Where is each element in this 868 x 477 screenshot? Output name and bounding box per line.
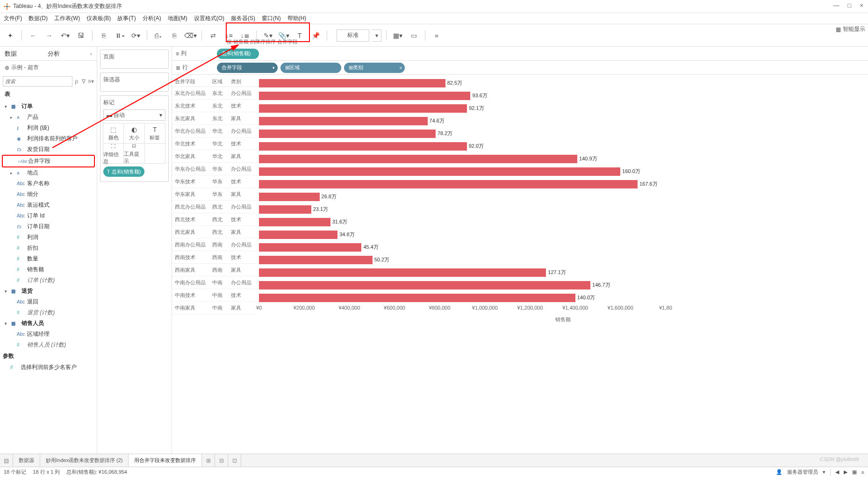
menu-data[interactable]: 数据(D) xyxy=(29,14,48,22)
row-header-cell[interactable]: 技术 xyxy=(228,289,258,302)
row-header-cell[interactable]: 华东 xyxy=(209,163,228,175)
pin-button[interactable]: 📌 xyxy=(309,29,322,42)
bar[interactable] xyxy=(259,155,577,163)
measure-sales[interactable]: #销售额 xyxy=(0,264,97,275)
menu-help[interactable]: 帮助(H) xyxy=(287,14,307,22)
field-shipmode[interactable]: Abc装运模式 xyxy=(0,200,97,210)
row-header-cell[interactable]: 东北家具 xyxy=(172,112,209,125)
row-header-cell[interactable]: 技术 xyxy=(228,175,258,188)
bar[interactable] xyxy=(259,142,467,151)
row-header-cell[interactable]: 西北 xyxy=(209,201,228,213)
row-header-cell[interactable]: 中南家具 xyxy=(172,302,209,314)
bar[interactable] xyxy=(259,130,436,138)
status-server-admin[interactable]: 服务器管理员 xyxy=(787,469,818,476)
row-header-cell[interactable]: 西南 xyxy=(209,238,228,251)
fit-dropdown[interactable]: 标准 xyxy=(337,29,369,42)
row-header-cell[interactable]: 办公用品 xyxy=(228,238,258,251)
row-header-cell[interactable]: 技术 xyxy=(228,213,258,226)
new-worksheet-button[interactable]: ⎙▾ xyxy=(152,29,165,42)
new-sheet-button[interactable]: ⊞ xyxy=(202,454,215,467)
datasource-row[interactable]: ⊕ 示例 - 超市 xyxy=(0,61,97,74)
bar[interactable] xyxy=(259,294,575,302)
show-me-button[interactable]: ▦智能显示 xyxy=(836,25,865,33)
rows-pill-category[interactable]: ⊞ 类别≡ xyxy=(344,63,405,73)
tableau-icon[interactable]: ✦ xyxy=(4,29,17,42)
folder-product[interactable]: ▸ᴀ产品 xyxy=(0,112,97,123)
row-header-cell[interactable]: 西南技术 xyxy=(172,251,209,264)
back-button[interactable]: ← xyxy=(27,29,40,42)
menu-dashboard[interactable]: 仪表板(B) xyxy=(86,14,111,22)
menu-file[interactable]: 文件(F) xyxy=(4,14,22,22)
header-region[interactable]: 区域 xyxy=(209,77,228,87)
filter-icon[interactable]: ∇ xyxy=(80,78,86,85)
rows-pill-combined[interactable]: 合并字段▾ xyxy=(217,63,278,73)
row-header-cell[interactable]: 西南办公用品 xyxy=(172,238,209,251)
grid-button[interactable]: ▦ xyxy=(852,469,857,475)
header-category[interactable]: 类别 xyxy=(228,77,258,87)
marks-size[interactable]: ◐大小 xyxy=(123,123,144,144)
row-header-cell[interactable]: 华北 xyxy=(209,125,228,137)
menu-window[interactable]: 窗口(N) xyxy=(262,14,281,22)
bar[interactable] xyxy=(259,117,428,125)
mark-type-dropdown[interactable]: ▬ 自动▾ xyxy=(103,109,165,121)
table-orders[interactable]: ▾▦订单 xyxy=(0,101,97,112)
field-segment[interactable]: Abc细分 xyxy=(0,189,97,200)
field-orderdate[interactable]: 🗀订单日期 xyxy=(0,221,97,232)
new-story-button[interactable]: ⊡ xyxy=(228,454,241,467)
forward-button[interactable]: → xyxy=(43,29,56,42)
search-icon[interactable]: ρ xyxy=(73,78,79,85)
bar[interactable] xyxy=(259,268,546,277)
pause-button[interactable]: ⏸▾ xyxy=(113,29,126,42)
marks-color[interactable]: ⬚颜色 xyxy=(103,123,124,144)
bar[interactable] xyxy=(259,205,311,214)
view-icon[interactable]: ≡▾ xyxy=(88,78,94,85)
header-combined[interactable]: 合并字段 xyxy=(172,77,209,87)
prev-button[interactable]: ◀ xyxy=(835,469,839,475)
row-header-cell[interactable]: 华北办公用品 xyxy=(172,125,209,137)
save-button[interactable]: 🖫 xyxy=(74,29,87,42)
list-button[interactable]: ≡ xyxy=(861,470,864,475)
row-header-cell[interactable]: 华北家具 xyxy=(172,150,209,163)
row-header-cell[interactable]: 东北办公用品 xyxy=(172,87,209,100)
pages-shelf[interactable]: 页面 xyxy=(100,50,169,69)
param-topn[interactable]: #选择利润前多少名客户 xyxy=(0,362,97,373)
rows-shelf[interactable]: ≣行 合并字段▾ ⊞ 区域 ⊞ 类别≡ xyxy=(172,61,868,75)
row-header-cell[interactable]: 家具 xyxy=(228,302,258,314)
row-header-cell[interactable]: 华北 xyxy=(209,137,228,150)
clear-button[interactable]: ⌫▾ xyxy=(184,29,197,42)
row-header-cell[interactable]: 家具 xyxy=(228,150,258,163)
filters-shelf[interactable]: 筛选器 xyxy=(100,72,169,92)
row-header-cell[interactable]: 中南办公用品 xyxy=(172,276,209,289)
row-header-cell[interactable]: 中南 xyxy=(209,289,228,302)
tab-datasource[interactable]: 数据源 xyxy=(13,454,40,467)
row-header-cell[interactable]: 家具 xyxy=(228,264,258,276)
row-header-cell[interactable]: 办公用品 xyxy=(228,163,258,175)
row-header-cell[interactable]: 家具 xyxy=(228,188,258,201)
bar[interactable] xyxy=(259,79,445,87)
table-returns[interactable]: ▾▦退货 xyxy=(0,286,97,296)
row-header-cell[interactable]: 办公用品 xyxy=(228,87,258,100)
duplicate-button[interactable]: ⎘ xyxy=(168,29,181,42)
menu-map[interactable]: 地图(M) xyxy=(168,14,187,22)
row-header-cell[interactable]: 中南技术 xyxy=(172,289,209,302)
row-header-cell[interactable]: 家具 xyxy=(228,226,258,238)
refresh-button[interactable]: ⟳▾ xyxy=(129,29,142,42)
columns-pill-sum-sales[interactable]: 总和(销售额) xyxy=(217,49,259,59)
row-header-cell[interactable]: 华东家具 xyxy=(172,188,209,201)
collapse-pane-button[interactable]: ‹ xyxy=(86,51,97,57)
measure-salesrep-count[interactable]: #销售人员 (计数) xyxy=(0,340,97,350)
measure-returns-count[interactable]: #退货 (计数) xyxy=(0,307,97,318)
field-profit-top[interactable]: ◉利润排名前列的客户 xyxy=(0,133,97,144)
row-header-cell[interactable]: 华东 xyxy=(209,175,228,188)
bar[interactable] xyxy=(259,92,470,100)
row-header-cell[interactable]: 家具 xyxy=(228,112,258,125)
row-header-cell[interactable]: 办公用品 xyxy=(228,201,258,213)
bar[interactable] xyxy=(259,256,373,264)
marks-label[interactable]: T标签 xyxy=(144,123,165,144)
measure-profit[interactable]: #利润 xyxy=(0,232,97,243)
maximize-button[interactable]: □ xyxy=(848,2,852,9)
presentation-button[interactable]: ▭ xyxy=(407,29,420,42)
row-header-cell[interactable]: 华东办公用品 xyxy=(172,163,209,175)
columns-shelf[interactable]: ≡列 总和(销售额) xyxy=(172,47,868,61)
bar[interactable] xyxy=(259,218,330,226)
